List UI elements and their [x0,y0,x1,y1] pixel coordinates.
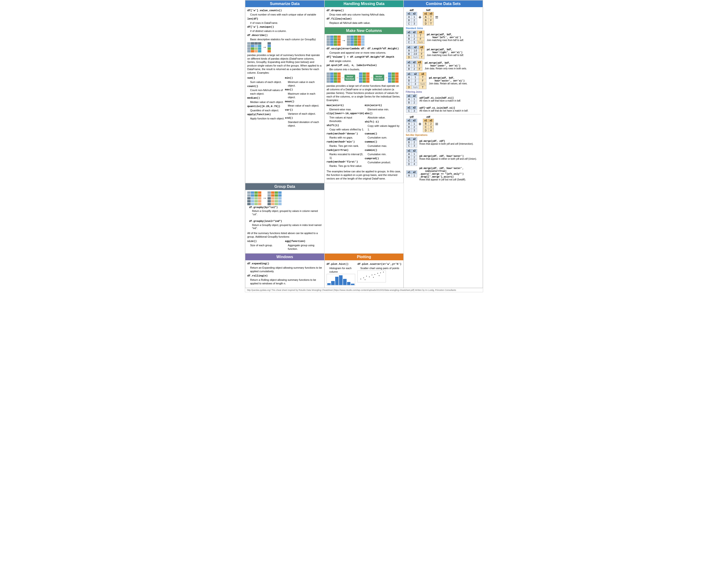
desc-qcut: Bin column into n buckets. [327,68,402,71]
vf-arrow-2: → [355,76,359,80]
outer-join-desc: pd.merge(adf, bdf, how='outer', on='x1')… [429,76,467,85]
ydf-label: ydf [406,115,417,118]
code-describe: df.describe() [247,34,268,37]
scatter-visual [357,270,386,283]
desc-rank-min: Ranks. Ties get min rank. [327,144,364,148]
missing-title: Handling Missing Data [325,0,404,7]
zdf-label: zdf [422,115,434,118]
code-maxaxis: max(axis=1) [327,104,344,107]
code-count: count() [247,85,258,88]
code-mean: mean() [285,100,294,103]
scatter-dot-1 [360,278,361,279]
groupdata-section: Group Data → [245,183,324,253]
windows-title: Windows [245,253,324,260]
code-dropna: df.dropna() [327,9,344,12]
desc-value-counts: Count number of rows with each unique va… [247,13,322,16]
vf-arrow-4: → [384,76,388,80]
filter-join-1-desc: adf[adf.x1.isin(bdf.x1)] All rows in adf… [420,96,461,102]
code-value-counts: df['w'].value_counts() [247,9,282,12]
desc-len: # of rows in DataFrame. [247,21,322,25]
plus-icon: + [419,14,422,20]
bdf-r3c2: T [428,22,434,25]
bdf-h2: x3 [428,12,434,15]
filter-join-1-table: x1x2 A1 B2 [406,94,417,104]
desc-shift-1: Copy with values lagged by 1. [365,124,401,131]
desc-rank-first: Ranks. Ties go to first value. [327,164,364,168]
vector-visual: → Vectorfunction → → Vectorfunction → [327,72,402,83]
scatter-dot-9 [365,279,365,280]
bdf-r3c1: D [423,22,428,25]
bdf-r1c2: T [428,15,434,19]
histogram-visual [327,274,355,286]
set-op-1-table: x1x2 B2 C3 [406,137,417,147]
set-op-1-row: x1x2 B2 C3 pd.merge(ydf, zdf) Rows that … [406,137,481,148]
desc-max: Maximum value in each object. [285,92,322,99]
vector-functions-right: min(axis=1) Element-wise min. abs() Abso… [365,103,401,168]
adf-h2: x2 [412,12,417,15]
set-op-3-row: x1x2 A1 pd.merge(ydf, zdf, how='outer', … [406,167,481,181]
code-cumsum: cumsum() [365,132,377,135]
adf-r3c1: C [406,22,412,25]
groupdata-arrow: → [262,196,267,201]
code-cummax: cummax() [365,140,377,143]
set-op-1-desc: pd.merge(ydf, zdf) Rows that appear in b… [420,140,474,145]
equals-icon: = [435,14,438,20]
groupdata-title: Group Data [245,183,324,190]
summarize-section: Summarize Data df['w'].value_counts() Co… [245,0,324,183]
left-join-table: x1x2x3 A1T B2F C3NaN [406,30,424,44]
scatter-dot-4 [369,276,370,277]
desc-std: Standard deviation of each object. [285,120,322,127]
windows-section: Windows df.expanding() Return an Expandi… [245,253,324,288]
plotting-title: Plotting [325,253,404,260]
right-join-desc: pd.merge(adf, bdf, how='right', on='x1')… [427,48,464,56]
groupdata-agg: agg(function) Aggregate group using func… [285,239,322,251]
ydf-table: x1x2 A1 B2 C3 [406,119,417,132]
desc-scatter: Scatter chart using pairs of points [357,266,401,270]
code-size: size() [247,240,257,243]
desc-maxaxis: Element-wise max. [327,108,364,111]
summarize-paragraph: pandas provides a large set of summary f… [247,53,322,75]
scatter-dot-2 [363,277,364,278]
inner-join-row: x1x2x3 A1T B2F pd.merge(adf, bdf, how='i… [406,60,481,71]
hist-bar-5 [343,279,347,285]
scatter-dot-11 [379,275,379,276]
set-ops-title: Set-like Operations [406,134,481,136]
code-apply: apply(function) [247,113,271,116]
bdf-table: x1x3 AT BF DT [423,12,434,25]
code-groupby-col: df.groupby(by="col") [249,206,278,209]
desc-sum: Sum values of each object. [247,80,284,84]
code-expanding: df.expanding() [247,262,269,265]
desc-assign: Compute and append one or more new colum… [327,51,402,55]
set-op-2-table: x1x2 A1 B2 C3 D4 [406,149,417,166]
bdf-r2c2: F [428,19,434,22]
set-op-3-table: x1x2 A1 [406,170,417,177]
group-note: The examples below can also be applied t… [327,170,402,180]
groupdata-note: All of the summary functions listed abov… [247,231,322,238]
adf-label: adf [406,9,417,11]
desc-apply: Apply function to each object. [247,117,284,120]
summarize-functions-left: sum() Sum values of each object. count()… [247,76,284,128]
adf-label-container: adf x1x2 A1 B2 C3 [406,9,417,26]
code-cummin: cummin() [365,149,377,152]
combine-title: Combine Data Sets [404,0,483,7]
scatter-dot-6 [374,274,375,275]
right-join-row: x1x2x3 A1.0T B2.0F DNaNT pd.merge(adf, b… [406,45,481,60]
newcols-visual: → [327,35,402,46]
missing-section: Handling Missing Data df.dropna() Drop r… [324,0,404,27]
desc-groupby-ind: Return a GroupBy object, grouped by valu… [249,223,322,230]
outer-join-table: x1x2x3 A1T B2F C3NaN DNaNT [406,72,426,89]
code-hist: df.plot.hist() [327,263,349,265]
filter-join-2-desc: adf[~adf.x1.isin(bdf.x1)] All rows in ad… [420,106,468,112]
adf-r1c2: 1 [412,15,417,19]
hist-bar-6 [347,282,351,285]
filter-join-1-row: x1x2 A1 B2 adf[adf.x1.isin(bdf.x1)] All … [406,94,481,105]
vector-functions: max(axis=1) Element-wise max. clip(lower… [327,103,402,168]
code-scatter: df.plot.scatter(x='w',y='h') [357,263,401,265]
code-clip: clip(lower=-10,upper=10) [327,112,364,115]
combine-bottom-visual: ydf x1x2 A1 B2 C3 + zdf x1x2 B2 C3 D4 = [406,115,481,133]
filter-join-2-row: x1x2 C3 adf[~adf.x1.isin(bdf.x1)] All ro… [406,105,481,113]
combine-section: Combine Data Sets adf x1x2 A1 B2 C3 + bd… [404,0,483,288]
plus-icon-2: + [419,121,422,127]
desc-abs: Absolute value. [365,116,401,119]
left-join-desc: pd.merge(adf, bdf, how='left', on='x1') … [427,33,464,41]
